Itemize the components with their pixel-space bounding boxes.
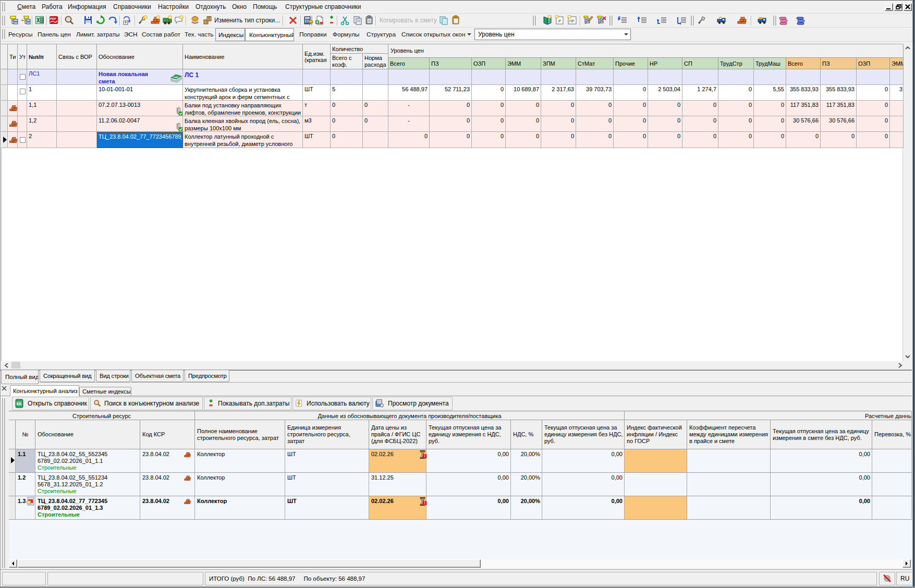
svg-text:P: P [558, 19, 561, 23]
svg-text:ПР: ПР [569, 19, 575, 23]
svg-text:КА: КА [17, 402, 21, 406]
svg-text:PDF: PDF [50, 17, 56, 20]
